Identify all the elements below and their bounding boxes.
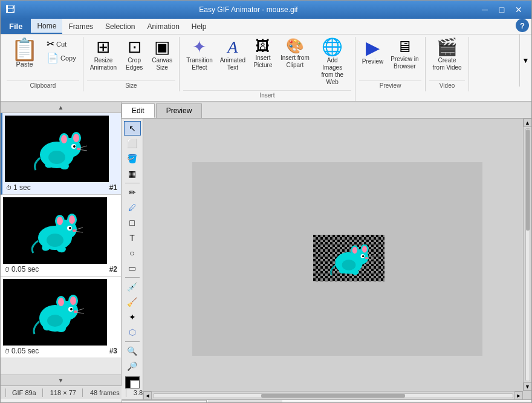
frame-item-1[interactable]: ⏱ 1 sec #1 [1,113,121,195]
paste-button[interactable]: 📋 Paste [7,37,42,70]
color-picker-area [125,376,140,397]
eyedropper-tool[interactable]: 💉 [124,280,141,294]
add-web-images-button[interactable]: 🌐 Add Imagesfrom the Web [314,37,351,88]
menu-help[interactable]: Help [186,19,213,34]
menu-home[interactable]: Home [31,19,62,34]
ribbon-scroll-button[interactable]: ▼ [519,34,531,87]
svg-point-47 [362,246,367,252]
canvas-label: CanvasSize [152,57,172,71]
insert-picture-button[interactable]: 🖼 InsertPicture [250,37,276,71]
properties-panel: Animation Properties Frame Properties Re… [122,399,531,403]
video-items: 🎬 Createfrom Video [429,37,464,79]
vertical-scrollbar[interactable]: ▲ ▼ [523,119,531,391]
svg-point-49 [362,255,364,257]
svg-point-55 [342,260,356,270]
frame-time-1: ⏱ 1 sec [6,183,31,192]
replace-tool[interactable]: ⬡ [124,325,141,339]
frames-scroll-up[interactable]: ▲ [1,102,121,113]
ellipse-tool[interactable]: ○ [124,246,141,260]
close-button[interactable]: ✕ [511,4,527,16]
help-icon[interactable]: ? [516,19,529,32]
frame-properties-tab[interactable]: Frame Properties [208,400,282,403]
menu-animation[interactable]: Animation [141,19,185,34]
scroll-v-thumb[interactable] [526,129,530,230]
insert-picture-icon: 🖼 [256,39,270,53]
animated-text-button[interactable]: A AnimatedText [217,37,248,73]
scroll-h-thumb[interactable] [261,394,405,398]
preview-browser-button[interactable]: 🖥 Preview inBrowser [388,37,421,72]
animation-properties-tab[interactable]: Animation Properties [122,400,207,403]
svg-point-3 [61,135,67,143]
cut-label: Cut [56,41,66,48]
frames-scroll-down[interactable]: ▼ [1,375,121,385]
menu-file[interactable]: File [1,19,31,34]
tab-preview[interactable]: Preview [156,103,203,118]
frame-preview-3 [25,288,85,336]
background-color[interactable] [130,380,140,388]
copy-label: Copy [60,54,76,62]
clipboard-items: 📋 Paste ✂ Cut 📄 Copy [7,37,79,79]
copy-button[interactable]: 📄 Copy [44,51,79,65]
rounded-rect-tool[interactable]: ▭ [124,261,141,275]
scroll-left-button[interactable]: ◄ [143,392,152,400]
canvas-icon: ▣ [154,39,170,56]
frame-item-3[interactable]: ⏱ 0.05 sec #3 [1,277,121,358]
scroll-h-track [153,393,513,398]
edit-tabs: Edit Preview [122,102,531,119]
brush-tool[interactable]: 🖊 [124,200,141,215]
web-icon: 🌐 [322,39,343,56]
ribbon-group-clipboard: 📋 Paste ✂ Cut 📄 Copy Clipboard [3,37,83,91]
transition-button[interactable]: ✦ TransitionEffect [183,37,216,73]
browser-icon: 🖥 [397,39,412,54]
menu-frames[interactable]: Frames [62,19,99,34]
scroll-down-button[interactable]: ▼ [524,382,532,391]
text-tool[interactable]: T [124,231,141,245]
canvas-area: ◄ ► ▲ ▼ [143,119,531,399]
wand-tool[interactable]: ✦ [124,310,141,324]
insert-label: Insert [183,90,351,99]
canvas-size-button[interactable]: ▣ CanvasSize [149,37,175,73]
tab-edit[interactable]: Edit [122,103,155,118]
eraser-tool[interactable]: 🧹 [124,295,141,309]
rectangle-tool[interactable]: □ [124,215,141,230]
frame-item-2[interactable]: ⏱ 0.05 sec #2 [1,195,121,277]
video-label: Createfrom Video [432,57,461,71]
cut-button[interactable]: ✂ Cut [44,37,79,51]
svg-point-45 [352,247,357,254]
scroll-up-button[interactable]: ▲ [524,119,532,127]
menu-selection[interactable]: Selection [99,19,141,34]
maximize-button[interactable]: □ [494,4,510,16]
resize-icon: ⊞ [96,39,110,56]
ribbon-group-insert: ✦ TransitionEffect A AnimatedText 🖼 Inse… [180,37,355,101]
scroll-right-button[interactable]: ► [514,392,523,400]
select-tool[interactable]: ↖ [124,121,141,136]
crop-edges-button[interactable]: ⊡ CropEdges [121,37,148,73]
app-icons: 🎞 [5,4,15,15]
resize-label: ResizeAnimation [90,57,117,71]
window-title: Easy GIF Animator - mouse.gif [20,5,477,14]
zoom-in-tool[interactable]: 🔍 [124,344,141,358]
zoom-out-tool[interactable]: 🔎 [124,359,141,373]
marquee-tool[interactable]: ⬜ [124,136,141,151]
window-controls[interactable]: ─ □ ✕ [477,4,527,16]
frames-list: ⏱ 1 sec #1 [1,113,121,375]
toolbar-divider-3 [125,341,140,342]
frame-footer-2: ⏱ 0.05 sec #2 [3,264,118,274]
horizontal-scrollbar[interactable]: ◄ ► [143,391,523,399]
paint-bucket[interactable]: 🪣 [124,151,141,166]
browser-label: Preview inBrowser [391,56,418,70]
svg-point-13 [48,151,65,164]
status-size: 118 × 77 [44,388,83,397]
preview-button[interactable]: ▶ Preview [359,37,387,67]
cut-copy-group: ✂ Cut 📄 Copy [44,37,79,70]
paste-label: Paste [16,61,33,68]
create-video-button[interactable]: 🎬 Createfrom Video [429,37,464,73]
minimize-button[interactable]: ─ [477,4,493,16]
property-tabs: Animation Properties Frame Properties [122,400,531,403]
insert-clipart-button[interactable]: 🎨 Insert fromClipart [277,37,313,71]
stamp-tool[interactable]: ▦ [124,166,141,181]
resize-animation-button[interactable]: ⊞ ResizeAnimation [87,37,120,73]
svg-point-33 [70,297,76,305]
transition-icon: ✦ [192,39,206,56]
pencil-tool[interactable]: ✏ [124,185,141,200]
